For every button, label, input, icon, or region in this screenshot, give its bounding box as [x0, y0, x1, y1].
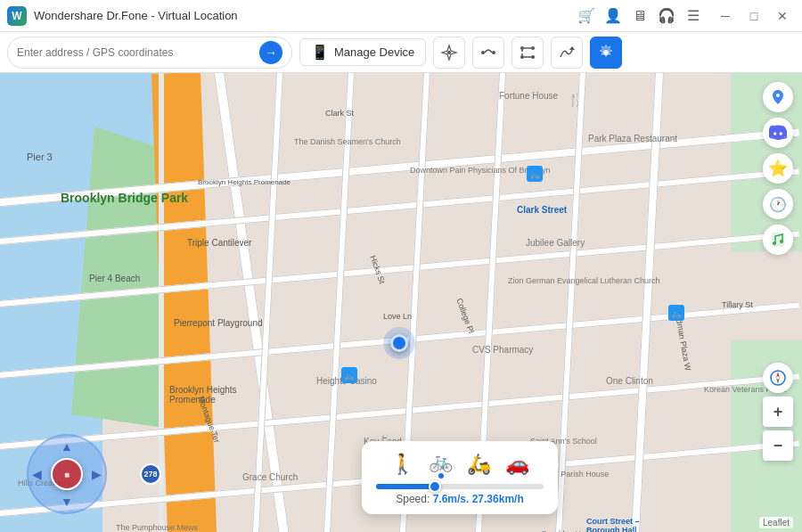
speed-value: 7.6m/s. 27.36km/h	[433, 493, 524, 505]
love-ln-road-label: Love Ln	[383, 312, 412, 321]
discord-btn[interactable]	[763, 118, 793, 148]
bike-route-icon-1: 🚲	[527, 166, 543, 182]
joystick-right[interactable]: ▶	[92, 467, 102, 481]
window-controls: ─ □ ✕	[713, 6, 795, 26]
star-btn[interactable]: ⭐	[763, 153, 793, 184]
teleport-tool-btn[interactable]	[433, 37, 465, 69]
walk-speed-icon[interactable]: 🚶	[390, 453, 414, 476]
cvs-label: CVS Pharmacy	[472, 345, 533, 355]
route-278-shield: 278	[140, 463, 161, 485]
zoom-controls: + −	[763, 363, 793, 461]
svg-point-2	[492, 51, 495, 54]
svg-point-3	[520, 46, 524, 50]
bike-speed-icon[interactable]: 🚲	[429, 450, 453, 473]
headphone-icon[interactable]: 🎧	[656, 5, 677, 27]
svg-point-0	[447, 51, 451, 54]
profile-icon[interactable]: 👤	[602, 5, 624, 27]
svg-marker-16	[776, 372, 780, 378]
leaflet-badge: Leaflet	[759, 517, 793, 528]
speed-mode-icons: 🚶 🚲 🛵 🚗	[376, 450, 544, 479]
joystick-left[interactable]: ◀	[32, 467, 42, 481]
close-btn[interactable]: ✕	[770, 6, 795, 26]
bike-route-icon-3: 🚲	[341, 367, 357, 383]
speed-slider-fill	[376, 484, 435, 489]
google-maps-btn[interactable]	[763, 82, 793, 112]
zoom-in-btn[interactable]: +	[763, 397, 793, 427]
route-tool-btn[interactable]	[472, 37, 504, 69]
joystick-control[interactable]: ▲ ▼ ◀ ▶	[27, 434, 107, 514]
svg-marker-17	[776, 378, 780, 384]
speed-display: Speed: 7.6m/s. 27.36km/h	[376, 493, 544, 505]
speed-slider-thumb[interactable]	[429, 480, 441, 493]
joystick-down[interactable]: ▼	[61, 495, 73, 509]
svg-point-13	[773, 241, 776, 245]
zion-church-label: Zion German Evangelical Lutheran Church	[508, 276, 588, 285]
settings-tool-btn[interactable]	[590, 37, 622, 69]
manage-device-button[interactable]: 📱 Manage Device	[299, 38, 426, 66]
app-logo: W	[7, 6, 27, 26]
go-button[interactable]: →	[259, 41, 282, 64]
menu-icon[interactable]: ☰	[683, 5, 704, 27]
highway-divider	[159, 73, 164, 532]
music-btn[interactable]	[763, 225, 793, 255]
svg-point-14	[780, 240, 783, 243]
speed-panel: 🚶 🚲 🛵 🚗 Speed: 7.6m/s. 27.36km/h	[362, 441, 558, 514]
cart-icon[interactable]: 🛒	[576, 5, 597, 27]
compass-btn[interactable]	[763, 363, 793, 393]
toolbar: → 📱 Manage Device	[0, 32, 802, 73]
active-indicator	[438, 473, 444, 479]
joystick-center[interactable]	[51, 458, 83, 490]
maximize-btn[interactable]: □	[741, 6, 766, 26]
app-title: Wondershare Dr.Fone - Virtual Location	[34, 9, 576, 22]
clinton-st	[320, 73, 355, 532]
speed-slider[interactable]	[376, 484, 544, 489]
car-speed-icon[interactable]: 🚗	[505, 453, 529, 476]
minimize-btn[interactable]: ─	[713, 6, 738, 26]
svg-point-6	[531, 55, 535, 59]
svg-marker-10	[569, 46, 575, 50]
svg-point-4	[531, 46, 535, 50]
map-container[interactable]: Brooklyn Bridge Park Pier 3 Pier 4 Beach…	[0, 73, 802, 532]
search-input[interactable]	[17, 46, 259, 59]
location-marker	[390, 334, 408, 352]
bike-route-icon-2: 🚲	[668, 305, 684, 321]
moped-speed-icon[interactable]: 🛵	[467, 453, 491, 476]
header-icons: 🛒 👤 🖥 🎧 ☰	[576, 5, 704, 27]
fortune-house-label: Fortune House	[499, 91, 558, 101]
search-box[interactable]: →	[7, 37, 292, 69]
danish-church-label: The Danish Seamen's Church	[294, 137, 365, 146]
svg-point-1	[481, 51, 485, 54]
right-side-buttons: ⭐ 🕐	[763, 82, 793, 255]
phone-icon: 📱	[311, 44, 329, 61]
jump-tool-btn[interactable]	[551, 37, 583, 69]
joystick-up[interactable]: ▲	[61, 439, 73, 454]
joystick-outer: ▲ ▼ ◀ ▶	[27, 434, 107, 514]
clock-btn[interactable]: 🕐	[763, 189, 793, 219]
zoom-out-btn[interactable]: −	[763, 430, 793, 461]
titlebar: W Wondershare Dr.Fone - Virtual Location…	[0, 0, 802, 32]
svg-point-5	[520, 55, 524, 59]
clark-street-label: Clark Street	[517, 205, 567, 215]
monitor-icon[interactable]: 🖥	[629, 5, 651, 27]
food-icon-1: 🍴	[568, 93, 583, 107]
college-pl-road-label: College Pl	[454, 297, 475, 334]
manage-device-label: Manage Device	[334, 45, 414, 59]
multi-route-tool-btn[interactable]	[511, 37, 544, 69]
